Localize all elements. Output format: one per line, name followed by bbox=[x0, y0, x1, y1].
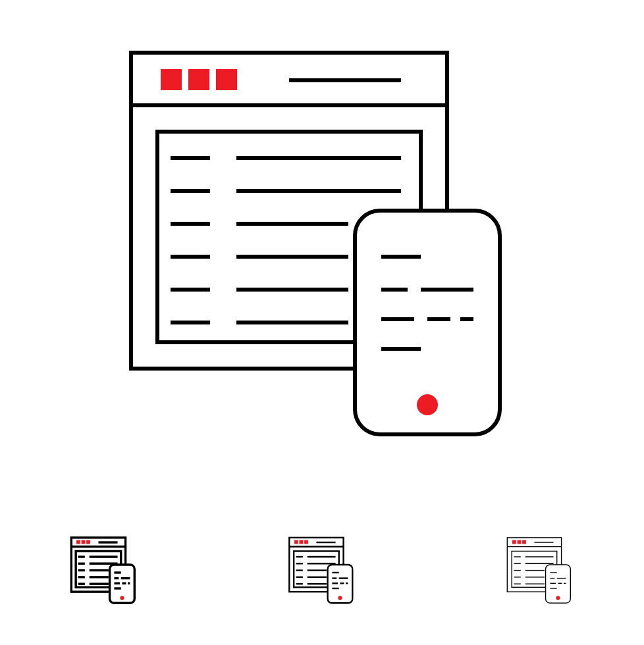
svg-rect-31 bbox=[82, 540, 86, 544]
svg-point-105 bbox=[556, 596, 560, 600]
svg-rect-82 bbox=[512, 540, 516, 544]
responsive-icon-small-3 bbox=[500, 533, 579, 612]
responsive-icon-small-1 bbox=[65, 533, 144, 612]
responsive-icon-small-2 bbox=[282, 533, 362, 612]
svg-rect-84 bbox=[522, 540, 526, 544]
svg-point-27 bbox=[417, 394, 438, 415]
svg-rect-30 bbox=[76, 540, 80, 544]
svg-rect-2 bbox=[161, 69, 182, 90]
svg-rect-3 bbox=[188, 69, 209, 90]
svg-rect-32 bbox=[86, 540, 90, 544]
svg-rect-83 bbox=[518, 540, 522, 544]
svg-point-79 bbox=[338, 596, 342, 600]
svg-rect-4 bbox=[216, 69, 237, 90]
icon-preview-canvas bbox=[0, 0, 644, 645]
svg-rect-56 bbox=[294, 540, 298, 544]
svg-rect-58 bbox=[304, 540, 308, 544]
svg-rect-57 bbox=[300, 540, 304, 544]
responsive-icon-large bbox=[92, 26, 552, 487]
svg-point-53 bbox=[120, 596, 124, 600]
